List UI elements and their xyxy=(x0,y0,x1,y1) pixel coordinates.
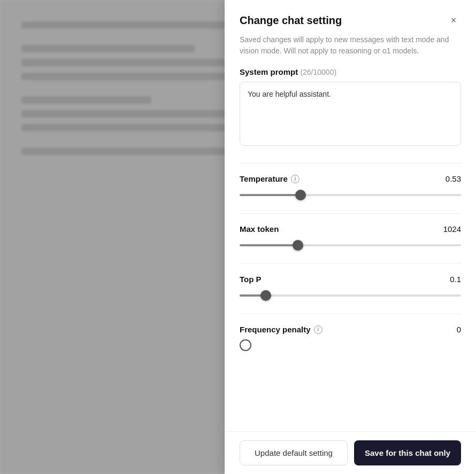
frequency-penalty-value: 0 xyxy=(457,325,461,334)
modal-title: Change chat setting xyxy=(240,14,342,27)
max-token-value: 1024 xyxy=(443,224,461,234)
divider-3 xyxy=(240,263,461,264)
system-prompt-label: System prompt (26/10000) xyxy=(240,67,461,76)
temperature-slider[interactable] xyxy=(240,194,461,196)
temperature-info-icon[interactable]: i xyxy=(291,175,300,183)
max-token-label: Max token xyxy=(240,224,279,234)
frequency-penalty-section: Frequency penalty i 0 xyxy=(240,325,461,351)
frequency-penalty-header: Frequency penalty i 0 xyxy=(240,325,461,334)
top-p-slider[interactable] xyxy=(240,294,461,297)
system-prompt-section: System prompt (26/10000) xyxy=(240,67,461,148)
modal-header: Change chat setting × xyxy=(225,0,476,34)
temperature-section: Temperature i 0.53 xyxy=(240,174,461,198)
modal-subtitle: Saved changes will apply to new messages… xyxy=(225,34,476,67)
top-p-value: 0.1 xyxy=(450,275,461,284)
system-prompt-counter: (26/10000) xyxy=(300,68,336,76)
save-chat-button[interactable]: Save for this chat only xyxy=(354,440,461,465)
divider-2 xyxy=(240,213,461,214)
modal-body: System prompt (26/10000) Temperature i 0… xyxy=(225,67,476,431)
frequency-penalty-zero-indicator xyxy=(240,339,251,351)
top-p-header: Top P 0.1 xyxy=(240,275,461,284)
max-token-slider[interactable] xyxy=(240,244,461,246)
top-p-section: Top P 0.1 xyxy=(240,275,461,299)
update-default-button[interactable]: Update default setting xyxy=(240,440,348,465)
divider-4 xyxy=(240,314,461,314)
temperature-header: Temperature i 0.53 xyxy=(240,174,461,183)
modal-footer: Update default setting Save for this cha… xyxy=(225,431,476,474)
frequency-penalty-label: Frequency penalty i xyxy=(240,325,323,334)
frequency-penalty-info-icon[interactable]: i xyxy=(314,325,323,334)
temperature-value: 0.53 xyxy=(446,174,461,183)
max-token-section: Max token 1024 xyxy=(240,224,461,248)
close-button[interactable]: × xyxy=(446,13,461,28)
divider-1 xyxy=(240,163,461,164)
system-prompt-textarea[interactable] xyxy=(240,82,461,146)
max-token-header: Max token 1024 xyxy=(240,224,461,234)
temperature-label: Temperature i xyxy=(240,174,300,183)
chat-settings-modal: Change chat setting × Saved changes will… xyxy=(225,0,476,474)
top-p-label: Top P xyxy=(240,275,262,284)
